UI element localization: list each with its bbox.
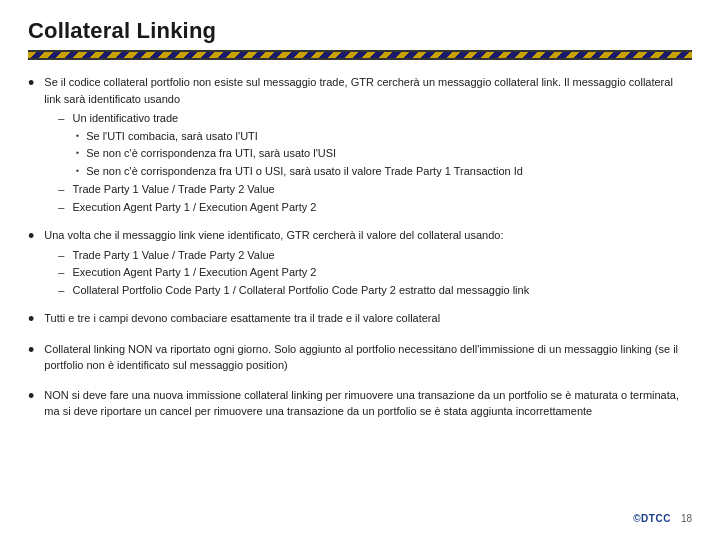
page-title: Collateral Linking bbox=[28, 18, 692, 44]
bullet-2-sub-1-text: Trade Party 1 Value / Trade Party 2 Valu… bbox=[72, 247, 274, 264]
bullet-3: • Tutti e tre i campi devono combaciare … bbox=[28, 310, 692, 331]
sub-dash-3: – bbox=[58, 199, 64, 216]
bullet-2: • Una volta che il messaggio link viene … bbox=[28, 227, 692, 300]
footer: ©DTCC 18 bbox=[28, 507, 692, 524]
bullet-1: • Se il codice collateral portfolio non … bbox=[28, 74, 692, 217]
sub-dash-1: – bbox=[58, 110, 64, 127]
sub-sub-text-3: Se non c'è corrispondenza fra UTI o USI,… bbox=[86, 163, 523, 180]
sub-item-3: – Execution Agent Party 1 / Execution Ag… bbox=[58, 199, 692, 216]
sub-item-2: – Trade Party 1 Value / Trade Party 2 Va… bbox=[58, 181, 692, 198]
bullet-4-text: Collateral linking NON va riportato ogni… bbox=[44, 341, 692, 377]
sub-dash-b2-2: – bbox=[58, 264, 64, 281]
bullet-dot-2: • bbox=[28, 226, 34, 248]
bullet-4-main: Collateral linking NON va riportato ogni… bbox=[44, 341, 692, 374]
bullet-5-text: NON si deve fare una nuova immissione co… bbox=[44, 387, 692, 423]
sub-sub-item-3: ▪ Se non c'è corrispondenza fra UTI o US… bbox=[76, 163, 692, 180]
sub-sub-item-2: ▪ Se non c'è corrispondenza fra UTI, sar… bbox=[76, 145, 692, 162]
bullet-3-text: Tutti e tre i campi devono combaciare es… bbox=[44, 310, 692, 330]
bullet-2-sub-2-text: Execution Agent Party 1 / Execution Agen… bbox=[72, 264, 316, 281]
bullet-dot-5: • bbox=[28, 386, 34, 408]
bullet-4: • Collateral linking NON va riportato og… bbox=[28, 341, 692, 377]
page-container: Collateral Linking • Se il codice collat… bbox=[0, 0, 720, 540]
bullet-2-sub-3: – Collateral Portfolio Code Party 1 / Co… bbox=[58, 282, 692, 299]
sub-sub-text-1: Se l'UTI combacia, sarà usato l'UTI bbox=[86, 128, 258, 145]
sub-sub-item-1: ▪ Se l'UTI combacia, sarà usato l'UTI bbox=[76, 128, 692, 145]
sub-item-1-label: Un identificativo trade bbox=[72, 110, 178, 127]
square-bullet-1: ▪ bbox=[76, 130, 79, 142]
bullet-1-sublist: – Un identificativo trade ▪ Se l'UTI com… bbox=[58, 110, 692, 215]
divider-bar bbox=[28, 50, 692, 60]
bullet-2-text: Una volta che il messaggio link viene id… bbox=[44, 227, 692, 300]
bullet-dot-3: • bbox=[28, 309, 34, 331]
square-bullet-3: ▪ bbox=[76, 165, 79, 177]
footer-page: 18 bbox=[681, 513, 692, 524]
sub-item-2-text: Trade Party 1 Value / Trade Party 2 Valu… bbox=[72, 181, 274, 198]
bullet-2-sub-1: – Trade Party 1 Value / Trade Party 2 Va… bbox=[58, 247, 692, 264]
bullet-5-main: NON si deve fare una nuova immissione co… bbox=[44, 387, 692, 420]
content-area: • Se il codice collateral portfolio non … bbox=[28, 74, 692, 507]
bullet-3-main: Tutti e tre i campi devono combaciare es… bbox=[44, 310, 692, 327]
sub-item-1: – Un identificativo trade bbox=[58, 110, 692, 127]
sub-dash-2: – bbox=[58, 181, 64, 198]
bullet-2-sub-3-text: Collateral Portfolio Code Party 1 / Coll… bbox=[72, 282, 529, 299]
sub-sub-list: ▪ Se l'UTI combacia, sarà usato l'UTI ▪ … bbox=[76, 128, 692, 180]
bullet-1-text: Se il codice collateral portfolio non es… bbox=[44, 74, 692, 217]
sub-dash-b2-3: – bbox=[58, 282, 64, 299]
bullet-2-sub-2: – Execution Agent Party 1 / Execution Ag… bbox=[58, 264, 692, 281]
square-bullet-2: ▪ bbox=[76, 147, 79, 159]
bullet-2-main: Una volta che il messaggio link viene id… bbox=[44, 227, 692, 244]
bullet-5: • NON si deve fare una nuova immissione … bbox=[28, 387, 692, 423]
bullet-1-main: Se il codice collateral portfolio non es… bbox=[44, 74, 692, 107]
bullet-2-sublist: – Trade Party 1 Value / Trade Party 2 Va… bbox=[58, 247, 692, 299]
sub-item-3-text: Execution Agent Party 1 / Execution Agen… bbox=[72, 199, 316, 216]
sub-sub-text-2: Se non c'è corrispondenza fra UTI, sarà … bbox=[86, 145, 336, 162]
footer-logo: ©DTCC bbox=[633, 513, 671, 524]
sub-dash-b2-1: – bbox=[58, 247, 64, 264]
bullet-dot-1: • bbox=[28, 73, 34, 95]
bullet-dot-4: • bbox=[28, 340, 34, 362]
